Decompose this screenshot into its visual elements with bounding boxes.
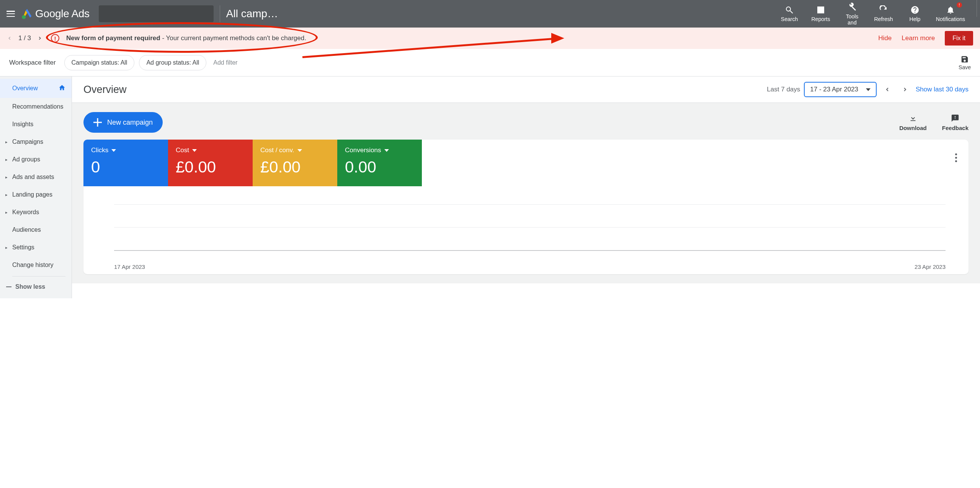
help-action[interactable]: Help (899, 0, 931, 28)
sidebar-item-label: Campaigns (12, 138, 43, 145)
chevron-right-icon (902, 86, 908, 93)
sidebar-item-campaigns[interactable]: ▸Campaigns (0, 133, 72, 151)
workspace-filter-bar: Workspace filter Campaign status: All Ad… (0, 49, 980, 76)
sidebar-item-change-history[interactable]: Change history (0, 256, 72, 274)
divider (977, 0, 977, 17)
sidebar-item-overview[interactable]: Overview (0, 79, 72, 98)
filter-chip-campaign-status[interactable]: Campaign status: All (64, 55, 135, 70)
date-range-picker[interactable]: 17 - 23 Apr 2023 (804, 82, 877, 97)
divider (220, 5, 220, 22)
date-range-preset-label: Last 7 days (767, 86, 800, 93)
alert-learn-more-link[interactable]: Learn more (902, 34, 935, 42)
sidebar-show-less[interactable]: Show less (0, 279, 72, 295)
caret-icon: ▸ (5, 192, 8, 197)
sidebar-item-keywords[interactable]: ▸Keywords (0, 203, 72, 221)
reports-label: Reports (811, 16, 830, 22)
tools-sub-label: and (848, 20, 856, 25)
metric-tile-cost-per-conv[interactable]: Cost / conv. £0.00 (253, 140, 337, 186)
alert-pager: 1 / 3 (7, 34, 42, 42)
filter-chip-adgroup-status[interactable]: Ad group status: All (139, 55, 206, 70)
download-icon (909, 114, 917, 122)
workspace-filter-label: Workspace filter (9, 59, 56, 67)
sidebar-item-label: Ad groups (12, 156, 40, 163)
metrics-card: Clicks 0 Cost £0.00 Cost / conv. £0.00 C… (83, 140, 969, 274)
metric-name: Conversions (345, 146, 381, 154)
new-campaign-button[interactable]: New campaign (83, 112, 163, 133)
save-filter-button[interactable]: Save (959, 55, 971, 70)
refresh-icon (879, 5, 888, 15)
sidebar-item-label: Insights (12, 121, 33, 128)
chevron-right-icon[interactable] (37, 36, 42, 41)
main-menu-button[interactable] (0, 3, 21, 24)
refresh-action[interactable]: Refresh (868, 0, 899, 28)
alert-hide-link[interactable]: Hide (878, 34, 892, 42)
top-actions: Search Reports Tools and Refresh Help ! … (774, 0, 980, 28)
search-action[interactable]: Search (774, 0, 805, 28)
sidebar-item-label: Recommendations (12, 103, 63, 110)
new-campaign-label: New campaign (107, 119, 153, 127)
date-next-button[interactable] (898, 83, 912, 96)
metric-tile-conversions[interactable]: Conversions 0.00 (337, 140, 422, 186)
show-last-30-days-link[interactable]: Show last 30 days (916, 86, 969, 93)
bell-icon (946, 5, 955, 15)
sidebar-item-ad-groups[interactable]: ▸Ad groups (0, 151, 72, 168)
google-ads-logo[interactable]: Google Ads (21, 8, 90, 20)
overview-content: New campaign Download Feedback C (72, 103, 980, 283)
sidebar-item-landing-pages[interactable]: ▸Landing pages (0, 186, 72, 203)
sidebar-item-label: Ads and assets (12, 174, 54, 181)
notifications-action[interactable]: ! Notifications (931, 0, 970, 28)
add-filter-button[interactable]: Add filter (213, 59, 237, 66)
payment-alert-banner: 1 / 3 ! New form of payment required - Y… (0, 28, 980, 49)
tools-action[interactable]: Tools and (836, 0, 868, 28)
help-icon (910, 5, 920, 15)
chart-x-start: 17 Apr 2023 (114, 264, 145, 270)
notification-badge: ! (957, 2, 962, 8)
home-icon (59, 84, 65, 93)
date-prev-button[interactable] (880, 83, 894, 96)
notifications-label: Notifications (936, 16, 965, 22)
tools-label: Tools (846, 13, 859, 20)
caret-icon: ▸ (5, 157, 8, 162)
feedback-button[interactable]: Feedback (942, 114, 969, 131)
feedback-label: Feedback (942, 125, 969, 131)
campaign-scope-dropdown[interactable]: All camp… (226, 8, 278, 20)
logo-text-ads: Ads (71, 8, 89, 20)
fix-it-button[interactable]: Fix it (945, 31, 973, 46)
chevron-left-icon[interactable] (7, 36, 12, 41)
metric-value: £0.00 (260, 158, 330, 176)
tools-icon (848, 3, 857, 12)
account-selector[interactable] (99, 5, 214, 22)
sidebar-item-insights[interactable]: Insights (0, 115, 72, 133)
help-label: Help (910, 16, 921, 22)
sidebar-item-label: Settings (12, 244, 34, 251)
show-less-label: Show less (15, 283, 45, 290)
refresh-label: Refresh (874, 16, 893, 22)
chevron-left-icon (884, 86, 890, 93)
sidebar-item-settings[interactable]: ▸Settings (0, 239, 72, 256)
sidebar-item-label: Overview (12, 85, 38, 92)
alert-body: - Your current payment methods can't be … (160, 34, 306, 42)
alert-error-icon: ! (51, 34, 59, 42)
sidebar-item-ads-assets[interactable]: ▸Ads and assets (0, 168, 72, 186)
download-button[interactable]: Download (899, 114, 927, 131)
dropdown-caret-icon (384, 149, 389, 152)
metric-tile-cost[interactable]: Cost £0.00 (168, 140, 253, 186)
search-label: Search (781, 16, 798, 22)
plus-icon (93, 118, 102, 127)
sidebar-item-recommendations[interactable]: Recommendations (0, 98, 72, 115)
page-header: Overview Last 7 days 17 - 23 Apr 2023 Sh… (72, 76, 980, 103)
svg-point-0 (22, 15, 26, 19)
card-more-menu[interactable] (955, 153, 957, 162)
feedback-icon (951, 114, 959, 122)
sidebar-item-audiences[interactable]: Audiences (0, 221, 72, 239)
reports-icon (816, 5, 825, 15)
hamburger-icon (7, 11, 15, 17)
reports-action[interactable]: Reports (805, 0, 836, 28)
caret-icon: ▸ (5, 140, 8, 145)
metric-name: Cost / conv. (260, 146, 294, 154)
minus-icon (6, 286, 11, 287)
metric-tile-clicks[interactable]: Clicks 0 (83, 140, 168, 186)
metric-name: Cost (176, 146, 189, 154)
alert-title: New form of payment required (66, 34, 160, 42)
metric-value: 0 (91, 158, 160, 176)
